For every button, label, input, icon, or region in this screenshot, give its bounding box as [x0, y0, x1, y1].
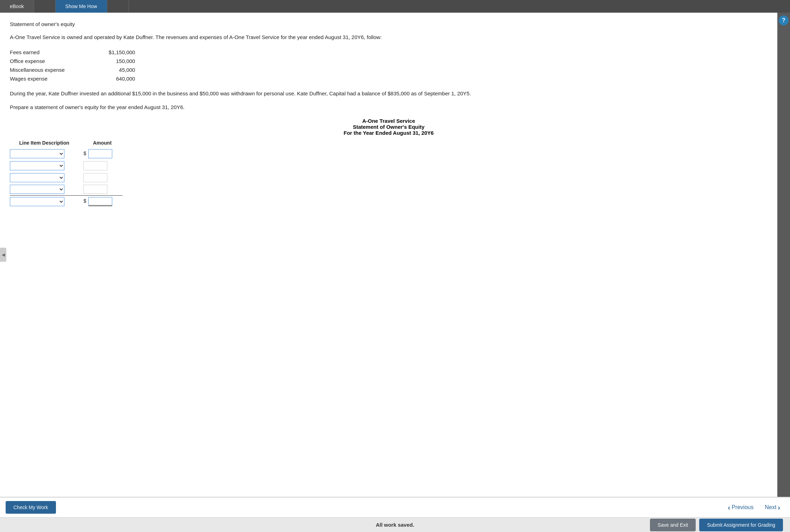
- table-row-total: Kate Duffner, Capital, Sept 1, 20Y5 Net …: [10, 196, 122, 208]
- statement-header: A-One Travel Service Statement of Owner'…: [10, 118, 767, 136]
- footer-actions: Save and Exit Submit Assignment for Grad…: [650, 519, 783, 531]
- row3-select[interactable]: Kate Duffner, Capital, Sept 1, 20Y5 Net …: [10, 173, 64, 182]
- fees-earned-label: Fees earned: [10, 48, 93, 57]
- table-row: Kate Duffner, Capital, Sept 1, 20Y5 Net …: [10, 172, 122, 184]
- row2-amount-input[interactable]: [83, 161, 107, 170]
- tab-show-me-how[interactable]: Show Me How: [56, 0, 107, 13]
- misc-expense-amount: 45,000: [93, 65, 135, 74]
- row2-desc-cell: Kate Duffner, Capital, Sept 1, 20Y5 Net …: [10, 160, 82, 172]
- table-row: Wages expense 640,000: [10, 74, 135, 83]
- row5-amount-input[interactable]: [88, 197, 112, 206]
- navigation-buttons: ‹ Previous Next ›: [724, 501, 785, 514]
- next-button[interactable]: Next ›: [760, 501, 784, 514]
- row1-select[interactable]: Kate Duffner, Capital, Sept 1, 20Y5 Net …: [10, 149, 64, 158]
- save-exit-button[interactable]: Save and Exit: [650, 519, 696, 531]
- bottom-navigation: Check My Work ‹ Previous Next ›: [0, 497, 790, 517]
- chevron-right-icon: ›: [778, 504, 780, 512]
- top-navigation: eBook Show Me How: [0, 0, 790, 13]
- tab-2[interactable]: [34, 0, 56, 13]
- row4-desc-cell: Kate Duffner, Capital, Sept 1, 20Y5 Net …: [10, 184, 82, 196]
- fees-earned-amount: $1,150,000: [93, 48, 135, 57]
- row2-select[interactable]: Kate Duffner, Capital, Sept 1, 20Y5 Net …: [10, 161, 64, 170]
- row5-desc-cell: Kate Duffner, Capital, Sept 1, 20Y5 Net …: [10, 196, 82, 208]
- misc-expense-label: Miscellaneous expense: [10, 65, 93, 74]
- previous-button[interactable]: ‹ Previous: [724, 501, 758, 514]
- statement-name: Statement of Owner's Equity: [10, 124, 767, 130]
- col-header-amount: Amount: [82, 140, 122, 148]
- row5-select[interactable]: Kate Duffner, Capital, Sept 1, 20Y5 Net …: [10, 197, 64, 206]
- table-row: Kate Duffner, Capital, Sept 1, 20Y5 Net …: [10, 160, 122, 172]
- table-row: Kate Duffner, Capital, Sept 1, 20Y5 Net …: [10, 148, 122, 160]
- footer-bar: All work saved. Save and Exit Submit Ass…: [0, 517, 790, 532]
- statement-table: Line Item Description Amount Kate Duffne…: [10, 140, 122, 208]
- tab-4[interactable]: [107, 0, 129, 13]
- row4-select[interactable]: Kate Duffner, Capital, Sept 1, 20Y5 Net …: [10, 185, 64, 194]
- office-expense-amount: 150,000: [93, 57, 135, 65]
- help-button[interactable]: ?: [779, 15, 789, 25]
- instruction: Prepare a statement of owner's equity fo…: [10, 104, 767, 110]
- row1-amount-input[interactable]: [88, 149, 112, 158]
- main-container: ◀ Statement of owner's equity A-One Trav…: [0, 13, 790, 497]
- row3-amount-cell: [82, 172, 122, 184]
- row4-amount-input[interactable]: [83, 185, 107, 194]
- row1-desc-cell: Kate Duffner, Capital, Sept 1, 20Y5 Net …: [10, 148, 82, 160]
- financial-data-table: Fees earned $1,150,000 Office expense 15…: [10, 48, 135, 83]
- wages-expense-amount: 640,000: [93, 74, 135, 83]
- all-saved-text: All work saved.: [376, 522, 414, 528]
- row3-amount-input[interactable]: [83, 173, 107, 182]
- additional-info: During the year, Kate Duffner invested a…: [10, 89, 767, 98]
- row4-amount-cell: [82, 184, 122, 196]
- problem-description: A-One Travel Service is owned and operat…: [10, 33, 767, 42]
- tab-ebook[interactable]: eBook: [0, 0, 34, 13]
- row3-desc-cell: Kate Duffner, Capital, Sept 1, 20Y5 Net …: [10, 172, 82, 184]
- row1-amount-cell: $: [82, 148, 122, 160]
- table-row: Miscellaneous expense 45,000: [10, 65, 135, 74]
- side-panel: ?: [777, 13, 790, 497]
- table-row: Fees earned $1,150,000: [10, 48, 135, 57]
- row5-amount-cell: $: [82, 196, 122, 208]
- chevron-left-icon: ‹: [728, 504, 731, 512]
- section-title: Statement of owner's equity: [10, 21, 767, 27]
- scroll-indicator[interactable]: ◀: [0, 248, 6, 262]
- office-expense-label: Office expense: [10, 57, 93, 65]
- col-header-description: Line Item Description: [10, 140, 82, 148]
- statement-container: A-One Travel Service Statement of Owner'…: [10, 118, 767, 208]
- company-name: A-One Travel Service: [10, 118, 767, 124]
- wages-expense-label: Wages expense: [10, 74, 93, 83]
- check-my-work-button[interactable]: Check My Work: [6, 501, 56, 514]
- statement-period: For the Year Ended August 31, 20Y6: [10, 130, 767, 136]
- content-area: ◀ Statement of owner's equity A-One Trav…: [0, 13, 777, 497]
- table-row: Kate Duffner, Capital, Sept 1, 20Y5 Net …: [10, 184, 122, 196]
- row2-amount-cell: [82, 160, 122, 172]
- table-row: Office expense 150,000: [10, 57, 135, 65]
- submit-button[interactable]: Submit Assignment for Grading: [699, 519, 783, 531]
